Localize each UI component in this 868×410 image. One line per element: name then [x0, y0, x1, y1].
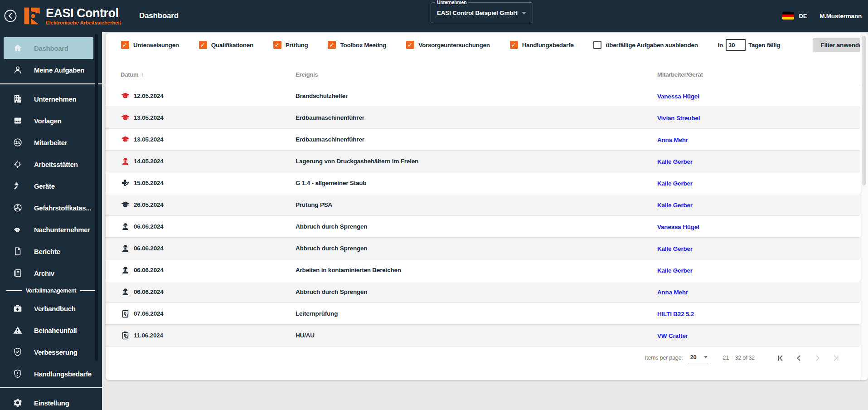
- target-link[interactable]: Vivian Streubel: [657, 115, 700, 122]
- checkbox-icon[interactable]: [199, 41, 207, 49]
- table-row[interactable]: 26.05.2024 Prüfung PSA Kalle Gerber: [106, 194, 868, 216]
- event-date: 06.06.2024: [134, 245, 164, 252]
- target-link[interactable]: Vanessa Hügel: [657, 224, 699, 230]
- table-row[interactable]: 06.06.2024 Arbeiten in kontaminierten Be…: [106, 259, 868, 281]
- target-link[interactable]: VW Crafter: [657, 332, 688, 339]
- filter-checkbox[interactable]: Qualifikationen: [199, 41, 253, 49]
- target-link[interactable]: Vanessa Hügel: [657, 93, 699, 100]
- filter-checkbox[interactable]: Unterweisungen: [121, 41, 179, 49]
- checkbox-label: Handlungsbedarfe: [522, 42, 574, 49]
- sidebar-item[interactable]: Arbeitsstätten: [0, 153, 102, 175]
- construction-worker-icon: [121, 222, 130, 231]
- target-link[interactable]: Kalle Gerber: [657, 180, 693, 187]
- table-row[interactable]: 07.06.2024 Leiternprüfung HILTI B22 5.2: [106, 303, 868, 325]
- german-flag-icon[interactable]: [782, 12, 794, 20]
- company-select[interactable]: Unternehmen EASI Control Beispiel GmbH: [431, 2, 533, 23]
- table-row[interactable]: 06.06.2024 Abbruch durch Sprengen Kalle …: [106, 238, 868, 259]
- filter-checkbox[interactable]: Prüfung: [273, 41, 308, 49]
- sort-ascending-icon[interactable]: ↑: [141, 71, 144, 78]
- target-link[interactable]: Kalle Gerber: [657, 267, 693, 274]
- caret-down-icon: [704, 356, 708, 360]
- sidebar-item[interactable]: Gefahrstoffkatas...: [0, 197, 102, 219]
- column-header-mitarbeiter-geraet[interactable]: Mitarbeiter/Gerät: [657, 71, 857, 78]
- last-page-button[interactable]: [831, 353, 841, 363]
- items-per-page-label: Items per page:: [645, 355, 683, 361]
- table-row[interactable]: 13.05.2024 Erdbaumaschinenführer Anna Me…: [106, 129, 868, 151]
- table-row[interactable]: 06.06.2024 Abbruch durch Sprengen Anna M…: [106, 281, 868, 303]
- sidebar-item-label: Verbesserung: [34, 348, 78, 356]
- event-name: G 1.4 - allgemeiner Staub: [296, 180, 657, 186]
- checkbox-icon[interactable]: [328, 41, 336, 49]
- filter-checkbox[interactable]: Vorsorgeuntersuchungen: [406, 41, 490, 49]
- sidebar-item[interactable]: Beinaheunfall: [0, 319, 102, 341]
- sidebar-item[interactable]: Meine Aufgaben: [0, 59, 102, 81]
- target-link[interactable]: HILTI B22 5.2: [657, 311, 694, 317]
- pagination-bar: Items per page: 20 21 – 32 of 32: [106, 347, 868, 369]
- filter-checkbox[interactable]: Toolbox Meeting: [328, 41, 386, 49]
- sidebar-item[interactable]: Unternehmen: [0, 88, 102, 110]
- sidebar-item[interactable]: Geräte: [0, 175, 102, 197]
- event-date: 07.06.2024: [134, 310, 164, 317]
- event-date: 12.05.2024: [134, 93, 164, 99]
- checkbox-icon[interactable]: [510, 41, 518, 49]
- filter-checkbox[interactable]: überfällige Aufgaben ausblenden: [593, 41, 698, 49]
- checkbox-icon[interactable]: [406, 41, 414, 49]
- checkbox-icon[interactable]: [593, 41, 601, 49]
- content-scrollbar: [860, 33, 868, 380]
- app-logo: EASI Control Elektronische Arbeitssicher…: [23, 5, 121, 26]
- sidebar-item[interactable]: Nachunternehmer: [0, 219, 102, 240]
- checkbox-label: Qualifikationen: [211, 42, 253, 49]
- sidebar-item-label: Geräte: [34, 182, 55, 190]
- table-header: Datum↑ Ereignis Mitarbeiter/Gerät: [106, 54, 868, 85]
- sidebar-item[interactable]: Einstellung: [0, 392, 102, 410]
- sidebar-item[interactable]: Mitarbeiter: [0, 132, 102, 153]
- sidebar-item-label: Vorlagen: [34, 117, 62, 125]
- app-subtitle: Elektronische Arbeitssicherheit: [46, 20, 121, 25]
- inbox-icon: [13, 116, 23, 126]
- person-icon: [13, 65, 23, 75]
- sidebar-item[interactable]: Verbesserung: [0, 341, 102, 363]
- event-date: 06.06.2024: [134, 288, 164, 295]
- sidebar-item[interactable]: Dashboard: [4, 37, 93, 59]
- due-days-input[interactable]: [726, 39, 746, 51]
- sidebar-item[interactable]: Berichte: [0, 240, 102, 262]
- chevron-left-icon: [9, 14, 11, 18]
- table-row[interactable]: 12.05.2024 Brandschutzhelfer Vanessa Hüg…: [106, 85, 868, 107]
- filter-bar: Unterweisungen Qualifikationen Prüfung T…: [106, 33, 868, 54]
- column-header-datum[interactable]: Datum↑: [121, 71, 296, 78]
- target-link[interactable]: Kalle Gerber: [657, 245, 693, 252]
- table-row[interactable]: 14.05.2024 Lagerung von Druckgasbehälter…: [106, 151, 868, 172]
- sidebar-item[interactable]: Archiv: [0, 262, 102, 284]
- sidebar-item[interactable]: Verbandbuch: [0, 298, 102, 319]
- table-row[interactable]: 13.05.2024 Erdbaumaschinenführer Vivian …: [106, 107, 868, 129]
- shield-check-icon: [13, 347, 23, 357]
- target-link[interactable]: Kalle Gerber: [657, 158, 693, 165]
- sidebar-item[interactable]: Handlungsbedarfe: [0, 363, 102, 385]
- content-card: Unterweisungen Qualifikationen Prüfung T…: [106, 33, 868, 380]
- language-label[interactable]: DE: [799, 13, 807, 20]
- table-row[interactable]: 06.06.2024 Abbruch durch Sprengen Vaness…: [106, 216, 868, 238]
- archive-document-icon: [13, 268, 23, 278]
- checkbox-icon[interactable]: [121, 41, 129, 49]
- checkbox-label: Vorsorgeuntersuchungen: [418, 42, 490, 49]
- checkbox-icon[interactable]: [273, 41, 281, 49]
- collapse-sidebar-button[interactable]: [4, 9, 17, 23]
- target-link[interactable]: Kalle Gerber: [657, 202, 693, 209]
- column-header-ereignis[interactable]: Ereignis: [296, 71, 657, 78]
- user-name[interactable]: M.Mustermann: [820, 13, 862, 20]
- target-link[interactable]: Anna Mehr: [657, 289, 688, 296]
- target-link[interactable]: Anna Mehr: [657, 137, 688, 143]
- app-name: EASI Control: [46, 7, 121, 20]
- scrollbar-thumb[interactable]: [862, 36, 866, 185]
- table-row[interactable]: 15.05.2024 G 1.4 - allgemeiner Staub Kal…: [106, 172, 868, 194]
- event-date: 15.05.2024: [134, 180, 164, 186]
- sidebar-item-label: Einstellung: [34, 399, 69, 407]
- first-page-button[interactable]: [776, 353, 785, 363]
- items-per-page-select[interactable]: 20: [689, 353, 708, 363]
- next-page-button[interactable]: [813, 353, 822, 363]
- table-row[interactable]: 11.06.2024 HU/AU VW Crafter: [106, 325, 868, 347]
- sidebar-item[interactable]: Vorlagen: [0, 110, 102, 132]
- filter-checkbox[interactable]: Handlungsbedarfe: [510, 41, 574, 49]
- previous-page-button[interactable]: [794, 353, 804, 363]
- sidebar-scrollbar[interactable]: [95, 34, 98, 361]
